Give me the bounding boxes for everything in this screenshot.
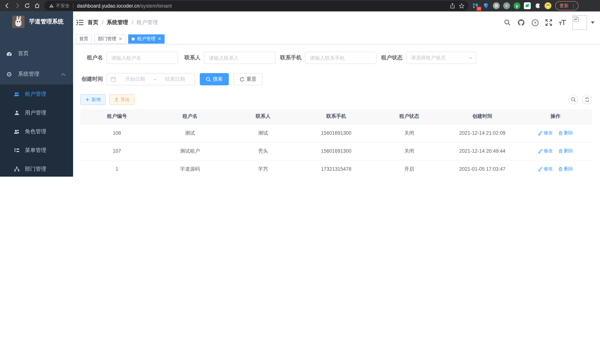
cell-created: 2021-12-14 20:49:44	[446, 142, 519, 160]
extension-balloon-icon[interactable]	[483, 2, 489, 9]
cell-id: 1	[80, 160, 153, 177]
download-icon	[114, 97, 119, 102]
table-row: 1 芋道源码 芋艿 17321315478 开启 2021-01-05 17:0…	[80, 160, 592, 177]
help-icon[interactable]: ?	[531, 19, 539, 26]
extension-y-icon[interactable]: y	[514, 2, 520, 9]
tab-label: 租户管理	[137, 36, 155, 42]
browser-forward-icon[interactable]	[12, 1, 22, 11]
active-tab-dot	[132, 37, 135, 40]
profile-avatar-icon[interactable]	[544, 2, 551, 9]
share-icon[interactable]	[448, 1, 457, 10]
mobile-input[interactable]	[305, 52, 377, 64]
edit-link[interactable]: 修改	[538, 148, 553, 154]
field-label: 租户名	[80, 54, 106, 61]
close-icon[interactable]: ✕	[119, 37, 122, 41]
contact-input[interactable]	[204, 52, 275, 64]
screen: 不安全 dashboard.yudao.iocoder.cn/system/te…	[0, 0, 600, 177]
status-select[interactable]: 请选择租户状态	[406, 52, 476, 64]
tab-dept[interactable]: 部门管理 ✕	[94, 34, 126, 44]
edit-link[interactable]: 修改	[538, 130, 553, 136]
user-avatar[interactable]	[572, 15, 587, 30]
dashboard-icon	[6, 50, 12, 56]
breadcrumb-home[interactable]: 首页	[88, 19, 98, 26]
reset-button[interactable]: 重置	[233, 73, 262, 85]
sidebar-item-dept[interactable]: 部门管理	[0, 159, 73, 177]
sidebar-item-role[interactable]: 角色管理	[0, 122, 73, 141]
github-icon[interactable]	[517, 19, 525, 26]
sidebar-item-label: 租户管理	[25, 91, 46, 97]
security-label: 不安全	[56, 2, 70, 9]
app-title: 芋道管理系统	[29, 18, 64, 25]
cell-status: 关闭	[373, 124, 446, 142]
delete-link[interactable]: 删除	[558, 166, 573, 172]
tenant-name-input[interactable]	[106, 52, 178, 64]
extension-command-icon[interactable]: ⌘	[493, 2, 500, 9]
add-button[interactable]: 新增	[80, 94, 106, 105]
browser-menu-icon[interactable]: ⋮	[571, 3, 576, 9]
filter-mobile: 联系手机	[275, 52, 377, 64]
export-button-label: 导出	[121, 96, 130, 103]
bookmark-star-icon[interactable]	[457, 1, 466, 10]
page-content: 租户名 联系人 联系手机 租户状态 请选择租户状态	[73, 44, 600, 177]
extensions-puzzle-icon[interactable]	[534, 2, 541, 9]
url-path: /system/tenant	[139, 3, 172, 9]
date-range-picker[interactable]: 开始日期 - 结束日期	[106, 73, 195, 85]
sidebar-item-menu[interactable]: 菜单管理	[0, 141, 73, 159]
extension-chat-icon[interactable]	[524, 2, 531, 9]
chevron-up-icon	[61, 73, 66, 75]
cell-created: 2021-01-05 17:03:47	[446, 160, 519, 177]
extension-badge: 10	[477, 7, 481, 11]
browser-home-icon[interactable]	[32, 1, 42, 11]
sidebar-item-tenant[interactable]: 租户管理	[0, 84, 73, 103]
col-header-name: 租户名	[153, 109, 226, 124]
delete-link[interactable]: 删除	[558, 148, 573, 154]
breadcrumb-system[interactable]: 系统管理	[107, 19, 128, 26]
chevron-down-icon	[469, 56, 473, 59]
browser-reload-icon[interactable]	[22, 1, 32, 11]
col-header-mobile: 联系手机	[300, 109, 373, 124]
refresh-table-button[interactable]	[582, 94, 592, 104]
edit-icon	[538, 167, 543, 171]
trash-icon	[558, 131, 563, 135]
header-search-icon[interactable]	[504, 19, 511, 26]
sidebar-item-system[interactable]: ⚙ 系统管理	[0, 64, 73, 84]
site-security[interactable]: 不安全	[49, 2, 70, 9]
sidebar-item-label: 用户管理	[25, 109, 46, 116]
sidebar-item-label: 首页	[18, 50, 29, 57]
font-size-icon[interactable]	[559, 19, 566, 26]
extension-tag-icon[interactable]: 10	[472, 2, 479, 9]
filter-create-time: 创建时间 开始日期 - 结束日期	[80, 73, 195, 85]
navbar-actions: ?	[504, 11, 595, 34]
url-bar[interactable]: 不安全 dashboard.yudao.iocoder.cn/system/te…	[44, 1, 468, 11]
warning-icon	[49, 3, 54, 8]
breadcrumb-separator: /	[102, 19, 103, 26]
app-logo-row[interactable]: 芋道管理系统	[0, 11, 73, 32]
cell-mobile: 15601691300	[300, 142, 373, 160]
delete-link[interactable]: 删除	[558, 130, 573, 136]
url-host: dashboard.yudao.iocoder.cn	[77, 3, 140, 9]
browser-back-icon[interactable]	[2, 1, 12, 11]
plus-icon	[85, 97, 90, 102]
start-date-placeholder: 开始日期	[119, 76, 151, 83]
browser-update-button[interactable]: 更新 ⋮	[555, 1, 579, 10]
edit-link[interactable]: 修改	[538, 166, 553, 172]
sidebar-item-user[interactable]: 用户管理	[0, 103, 73, 122]
export-button[interactable]: 导出	[110, 94, 135, 105]
select-placeholder: 请选择租户状态	[411, 54, 468, 61]
close-icon[interactable]: ✕	[158, 37, 161, 41]
cell-contact: 芋艿	[226, 160, 300, 177]
filter-contact: 联系人	[178, 52, 275, 64]
browser-toolbar: 不安全 dashboard.yudao.iocoder.cn/system/te…	[0, 0, 600, 11]
toggle-search-button[interactable]	[568, 94, 578, 104]
table-row: 108 测试 测试 15601691300 关闭 2021-12-14 21:0…	[80, 124, 592, 142]
tab-tenant[interactable]: 租户管理 ✕	[128, 34, 165, 44]
search-button[interactable]: 搜索	[200, 73, 229, 85]
fullscreen-icon[interactable]	[545, 19, 553, 26]
extension-dot-icon[interactable]	[503, 2, 510, 9]
tab-home[interactable]: 首页	[76, 34, 92, 44]
svg-text:?: ?	[534, 21, 536, 25]
user-menu-caret-icon[interactable]	[591, 21, 595, 24]
cell-name: 测试租户	[153, 142, 226, 160]
sidebar-toggle-icon[interactable]	[73, 19, 88, 26]
sidebar-item-home[interactable]: 首页	[0, 43, 73, 64]
